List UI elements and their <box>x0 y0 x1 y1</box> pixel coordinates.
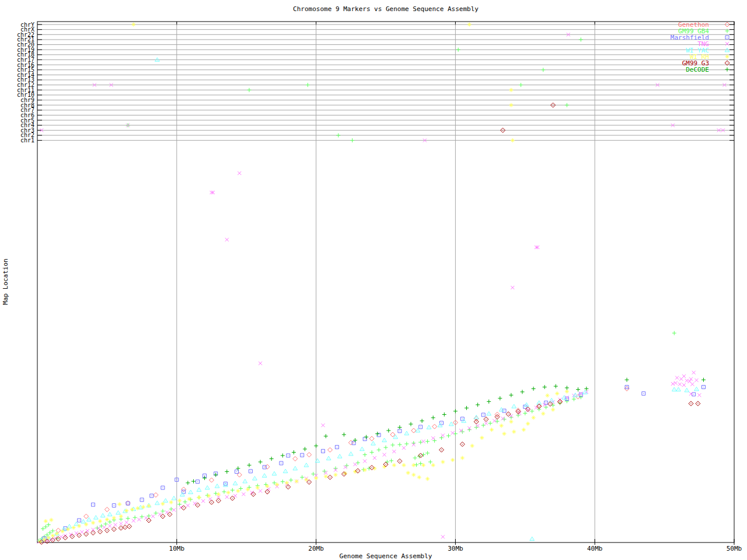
scatter-plot: Chromosome 9 Markers vs Genome Sequence … <box>0 0 747 560</box>
legend-label: DeCODE <box>686 66 709 74</box>
chromosome-hit-point <box>350 138 354 142</box>
chromosome-hit-point <box>456 48 460 52</box>
chart-canvas: Chromosome 9 Markers vs Genome Sequence … <box>0 0 747 560</box>
legend-marker <box>725 68 729 72</box>
x-tick-label: 50Mb <box>727 545 742 552</box>
chromosome-hit-point <box>306 83 310 87</box>
x-tick-label: 10Mb <box>169 545 185 552</box>
data-points <box>39 399 700 544</box>
legend-marker <box>725 36 729 39</box>
x-axis-label: Genome Sequence Assembly <box>340 552 432 560</box>
series-tng <box>37 172 701 544</box>
chromosome-hit-point <box>509 88 513 92</box>
data-points <box>37 331 676 543</box>
chromosome-hit-point <box>565 103 569 107</box>
chromosome-hit-point <box>336 134 340 138</box>
data-points <box>56 386 629 533</box>
series-gm99-g3 <box>39 399 700 544</box>
legend-marker <box>725 55 729 59</box>
chart-title: Chromosome 9 Markers vs Genome Sequence … <box>293 5 479 13</box>
x-tick-label: 30Mb <box>448 545 463 552</box>
series-genethon <box>56 386 629 533</box>
x-tick-label: 40Mb <box>587 545 603 552</box>
plot-area: 10Mb20Mb30Mb40Mb50MbchrYchrXchr22chr21ch… <box>17 21 742 552</box>
chromosome-hit-point <box>541 68 545 72</box>
chromosome-hit-point <box>511 138 515 142</box>
y-axis-label: Map Location <box>2 258 9 304</box>
chromosome-hit-point <box>467 23 472 27</box>
chromosome-row-label: chr1 <box>20 137 34 144</box>
data-points <box>37 172 701 544</box>
chromosome-hit-point <box>247 88 252 92</box>
series-gm99-gb4 <box>37 331 676 543</box>
legend-marker <box>725 42 729 46</box>
chromosome-hit-point <box>509 103 513 107</box>
x-tick-label: 20Mb <box>308 545 324 552</box>
chromosome-hit-point <box>519 83 523 87</box>
chromosome-hit-point <box>131 23 135 27</box>
chromosome-hit-point <box>579 37 583 41</box>
